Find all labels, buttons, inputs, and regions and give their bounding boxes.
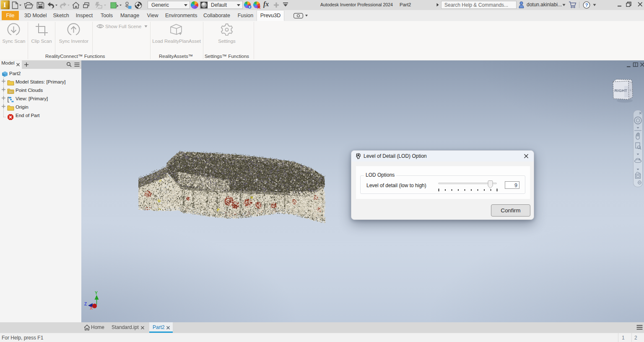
svg-text:Z: Z — [84, 301, 87, 306]
svg-text:LT: LT — [630, 88, 634, 92]
svg-text:?: ? — [585, 3, 588, 8]
svg-text:RIGHT: RIGHT — [615, 88, 628, 93]
svg-text:X: X — [90, 305, 93, 311]
svg-text:Y: Y — [95, 290, 98, 295]
